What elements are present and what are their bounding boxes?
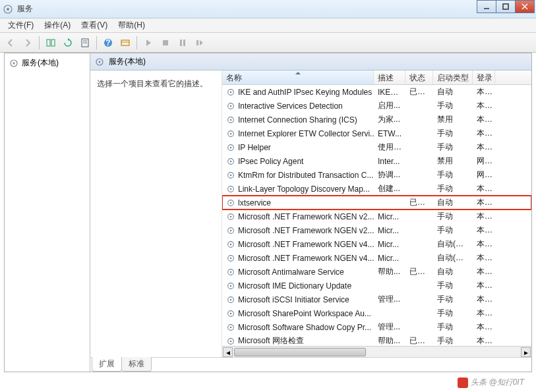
menu-file[interactable]: 文件(F) xyxy=(3,18,39,32)
services-icon xyxy=(3,4,13,14)
gear-icon xyxy=(226,115,235,125)
service-row[interactable]: IKE and AuthIP IPsec Keying ModulesIKEE.… xyxy=(222,85,531,99)
stop-service-button[interactable] xyxy=(158,35,173,51)
cell-desc: 协调... xyxy=(374,169,405,181)
service-row[interactable]: lxtservice已启动自动本地 xyxy=(222,196,531,210)
gear-icon xyxy=(226,101,235,111)
tree-root-item[interactable]: 服务(本地) xyxy=(7,56,87,70)
svg-rect-3 xyxy=(503,4,508,9)
cell-startup: 手动 xyxy=(433,183,473,194)
service-row[interactable]: Internet Connection Sharing (ICS)为家...禁用… xyxy=(222,113,531,126)
svg-point-60 xyxy=(230,340,232,342)
service-row[interactable]: Internet Explorer ETW Collector Servi...… xyxy=(222,126,531,140)
service-row[interactable]: Link-Layer Topology Discovery Map...创建..… xyxy=(222,182,531,196)
cell-startup: 手动 xyxy=(433,308,473,319)
cell-logon: 本地 xyxy=(473,114,495,125)
menu-help[interactable]: 帮助(H) xyxy=(113,18,150,32)
svg-point-42 xyxy=(230,215,232,217)
back-button[interactable] xyxy=(3,35,18,51)
cell-logon: 本地 xyxy=(473,211,495,222)
tab-extended[interactable]: 扩展 xyxy=(92,357,122,372)
service-row[interactable]: Microsoft Antimalware Service帮助...已启动自动本… xyxy=(222,265,531,279)
gear-icon xyxy=(226,337,235,346)
service-row[interactable]: Microsoft .NET Framework NGEN v4...Micr.… xyxy=(222,237,531,251)
restart-service-button[interactable] xyxy=(192,35,208,51)
cell-logon: 本地 xyxy=(473,266,495,277)
cell-name: Link-Layer Topology Discovery Map... xyxy=(222,184,374,194)
horizontal-scrollbar[interactable]: ◂ ▸ xyxy=(222,346,531,357)
cell-name: Microsoft SharePoint Workspace Au... xyxy=(222,309,374,318)
service-row[interactable]: IP Helper使用 ...手动本地 xyxy=(222,140,531,154)
description-hint: 选择一个项目来查看它的描述。 xyxy=(97,78,215,90)
service-row[interactable]: IPsec Policy AgentInter...禁用网络 xyxy=(222,154,531,168)
service-row[interactable]: Microsoft .NET Framework NGEN v2...Micr.… xyxy=(222,210,531,223)
gear-icon xyxy=(226,212,235,221)
cell-logon: 本地 xyxy=(473,128,495,139)
service-row[interactable]: Microsoft 网络检查帮助...已启动手动本地 xyxy=(222,334,531,346)
col-startup[interactable]: 启动类型 xyxy=(433,70,473,84)
cell-logon: 本地 xyxy=(473,280,495,291)
svg-rect-13 xyxy=(121,40,129,45)
scroll-right-icon[interactable]: ▸ xyxy=(521,347,531,357)
service-row[interactable]: Microsoft Software Shadow Copy Pr...管理..… xyxy=(222,320,531,334)
cell-name: Microsoft .NET Framework NGEN v4... xyxy=(222,254,374,263)
cell-startup: 手动 xyxy=(433,294,473,305)
tab-standard[interactable]: 标准 xyxy=(121,357,152,372)
refresh-button[interactable] xyxy=(60,35,76,51)
service-row[interactable]: Interactive Services Detection启用...手动本地 xyxy=(222,99,531,113)
close-button[interactable] xyxy=(515,0,535,13)
scroll-thumb[interactable] xyxy=(234,348,366,356)
service-row[interactable]: KtmRm for Distributed Transaction C...协调… xyxy=(222,168,531,182)
cell-logon: 本地 xyxy=(473,335,495,346)
cell-name: Microsoft .NET Framework NGEN v2... xyxy=(222,226,374,235)
forward-button[interactable] xyxy=(20,35,36,51)
gear-icon xyxy=(226,281,235,291)
cell-desc: 启用... xyxy=(374,100,405,111)
start-service-button[interactable] xyxy=(140,35,156,51)
cell-status: 已启动 xyxy=(405,197,433,208)
cell-desc: Micr... xyxy=(374,226,405,235)
maximize-button[interactable] xyxy=(496,0,516,13)
cell-status: 已启动 xyxy=(405,86,433,98)
svg-point-26 xyxy=(230,105,232,107)
service-row[interactable]: Microsoft .NET Framework NGEN v4...Micr.… xyxy=(222,251,531,265)
pause-service-button[interactable] xyxy=(175,35,191,51)
cell-logon: 本地 xyxy=(473,183,495,194)
cell-name: lxtservice xyxy=(222,198,374,208)
svg-point-34 xyxy=(230,160,232,162)
show-hide-tree-button[interactable] xyxy=(43,35,59,51)
help-button[interactable]: ? xyxy=(100,35,116,51)
col-desc[interactable]: 描述 xyxy=(374,70,405,84)
service-row[interactable]: Microsoft IME Dictionary Update手动本地 xyxy=(222,279,531,293)
scroll-left-icon[interactable]: ◂ xyxy=(223,347,233,357)
col-status[interactable]: 状态 xyxy=(405,70,433,84)
cell-logon: 本地 xyxy=(473,197,495,208)
cell-name: IKE and AuthIP IPsec Keying Modules xyxy=(222,88,374,97)
cell-desc: Inter... xyxy=(374,157,405,166)
cell-desc: 创建... xyxy=(374,183,405,194)
properties-button[interactable] xyxy=(117,35,133,51)
menu-view[interactable]: 查看(V) xyxy=(76,18,113,32)
service-row[interactable]: Microsoft .NET Framework NGEN v2...Micr.… xyxy=(222,223,531,237)
col-logon[interactable]: 登录 xyxy=(473,70,495,84)
svg-point-22 xyxy=(99,61,101,63)
svg-point-44 xyxy=(230,229,232,231)
gear-icon xyxy=(226,157,235,166)
gear-icon xyxy=(226,240,235,249)
panel-body: 选择一个项目来查看它的描述。 名称 描述 状态 启动类型 登录 IKE and … xyxy=(90,70,531,357)
service-row[interactable]: Microsoft SharePoint Workspace Au...手动本地 xyxy=(222,306,531,320)
cell-name: Microsoft Software Shadow Copy Pr... xyxy=(222,323,374,332)
col-name[interactable]: 名称 xyxy=(222,70,374,84)
service-row[interactable]: Microsoft iSCSI Initiator Service管理...手动… xyxy=(222,293,531,306)
menu-action[interactable]: 操作(A) xyxy=(39,18,76,32)
cell-name: Interactive Services Detection xyxy=(222,101,374,111)
minimize-button[interactable] xyxy=(477,0,496,13)
toolbar-separator xyxy=(39,36,40,49)
tree-root-label: 服务(本地) xyxy=(22,57,59,69)
list-rows[interactable]: IKE and AuthIP IPsec Keying ModulesIKEE.… xyxy=(222,85,531,346)
svg-rect-17 xyxy=(183,40,185,46)
export-button[interactable] xyxy=(77,35,93,51)
cell-name: IP Helper xyxy=(222,143,374,152)
window-title: 服务 xyxy=(17,3,33,14)
svg-point-38 xyxy=(230,188,232,190)
